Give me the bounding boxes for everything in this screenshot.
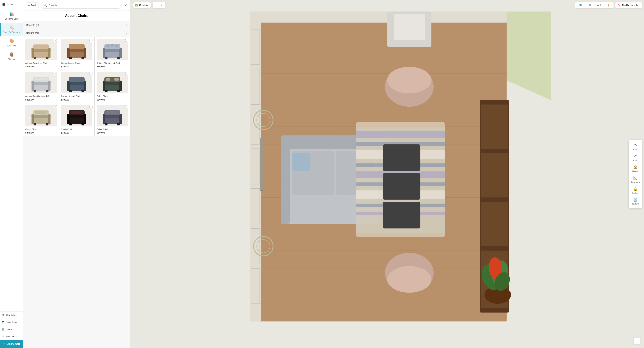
- product-image-7: [25, 105, 57, 126]
- lock-all-label: Lock All: [632, 192, 638, 194]
- svg-rect-72: [106, 111, 119, 114]
- products-grid: i Aritsan Oversized Chair $399.00 i: [23, 37, 130, 136]
- close-button[interactable]: ✕: [124, 3, 128, 8]
- svg-rect-104: [481, 105, 508, 149]
- svg-rect-110: [281, 135, 290, 224]
- svg-rect-65: [70, 123, 72, 125]
- share-button[interactable]: ↗️ Share: [0, 326, 23, 333]
- product-image-5: [61, 72, 92, 93]
- delete-all-button[interactable]: 🗑️ Delete All: [629, 196, 642, 207]
- product-card-4[interactable]: i Artisan Blue Oversized C... $399.00: [24, 70, 59, 103]
- product-card-7[interactable]: i Calvin Chair $349.00: [24, 103, 59, 136]
- svg-rect-10: [84, 48, 86, 58]
- svg-rect-53: [32, 114, 34, 124]
- product-name-8: Calvin Chair: [61, 128, 92, 131]
- checklist-button[interactable]: ✅ Checklist: [132, 2, 152, 8]
- zoom-out-button[interactable]: −: [154, 3, 159, 8]
- svg-rect-106: [481, 202, 508, 246]
- svg-rect-64: [71, 111, 82, 114]
- view-wall-button[interactable]: Wall: [595, 3, 603, 8]
- sidebar-item-label: Flooring: [8, 58, 16, 60]
- collapse-panel-button[interactable]: ⊣: [634, 338, 640, 344]
- zoom-in-button[interactable]: +: [159, 3, 164, 8]
- svg-rect-128: [383, 173, 420, 199]
- hide-labels-button[interactable]: 👁️ Hide Labels: [0, 311, 23, 319]
- product-price-1: $399.00: [25, 65, 57, 68]
- need-help-icon: 📖: [2, 335, 4, 338]
- need-help-label: Need Help?: [6, 335, 17, 338]
- sidebar-item-flooring[interactable]: 🪵 Flooring: [0, 50, 23, 63]
- product-info-button-1[interactable]: i: [54, 39, 57, 42]
- dimensions-icon: 📐: [633, 176, 638, 180]
- svg-rect-70: [119, 114, 122, 124]
- delete-icon: 🗑️: [633, 198, 638, 202]
- product-card-9[interactable]: i Calvin Chair $349.00: [95, 103, 130, 136]
- right-panel: ↷ Redo ↶ Undo 🏠 Lighting 📐 Dimensions 🔒 …: [629, 140, 642, 208]
- product-info-button-3[interactable]: i: [125, 39, 128, 42]
- collapse-icon: ⊣: [636, 339, 638, 342]
- view-3d-button[interactable]: 3D: [586, 3, 593, 8]
- redo-button[interactable]: ↷ Redo: [629, 141, 642, 152]
- panel-title: Accent Chairs: [23, 11, 130, 21]
- product-info-button-2[interactable]: i: [89, 39, 93, 42]
- menu-button[interactable]: ☰ Menu: [0, 0, 23, 9]
- product-card-8[interactable]: i Calvin Chair $349.00: [59, 103, 94, 136]
- sidebar-item-shop-by-category[interactable]: 🏷️ Shop By Category: [0, 23, 23, 36]
- recents-label: Recents (0): [26, 24, 39, 27]
- modify-icon: ✏️: [618, 4, 621, 7]
- product-card-5[interactable]: i Avenue Accent Chair $399.00: [59, 70, 94, 103]
- undo-button[interactable]: ↶ Undo: [629, 152, 642, 163]
- hamburger-icon: ☰: [2, 3, 5, 6]
- product-price-2: $349.00: [61, 65, 92, 68]
- sidebar-item-label: Shop the Look: [5, 18, 18, 20]
- add-to-cart-button[interactable]: 🛒 Add to Cart: [0, 340, 23, 348]
- person-icon[interactable]: 🚶: [605, 3, 612, 8]
- results-arrow-icon: ⌄: [125, 31, 127, 34]
- lock-all-button[interactable]: 🔒 Lock All: [629, 185, 642, 196]
- sidebar-item-shop-the-look[interactable]: 🛍️ Shop the Look: [0, 9, 23, 23]
- product-name-7: Calvin Chair: [25, 128, 57, 131]
- search-icon: 🔍: [44, 4, 47, 7]
- modify-floorplan-button[interactable]: ✏️ Modify Floorplan: [615, 2, 642, 8]
- product-info-button-9[interactable]: i: [125, 105, 128, 108]
- lighting-label: Lighting: [632, 170, 638, 172]
- hide-labels-label: Hide Labels: [6, 314, 17, 316]
- svg-rect-41: [82, 90, 84, 92]
- svg-rect-3: [48, 48, 50, 58]
- back-button[interactable]: ← Back: [26, 3, 39, 8]
- product-image-6: [96, 72, 128, 93]
- svg-rect-66: [82, 123, 84, 125]
- svg-rect-6: [46, 57, 48, 59]
- product-card-3[interactable]: i Artisan Blue Accent Chair $349.00: [95, 37, 130, 70]
- redo-icon: ↷: [634, 143, 637, 148]
- share-icon: ↗️: [2, 328, 4, 330]
- svg-rect-19: [103, 48, 106, 58]
- sidebar: ☰ Menu 🛍️ Shop the Look 🏷️ Shop By Categ…: [0, 0, 23, 348]
- product-info-button-8[interactable]: i: [89, 105, 93, 108]
- recents-section-header[interactable]: Recents (0) ›: [23, 21, 130, 29]
- product-price-7: $349.00: [25, 131, 57, 134]
- svg-point-22: [107, 45, 109, 47]
- dimensions-button[interactable]: 📐 Dimensions: [629, 174, 642, 185]
- product-card-2[interactable]: i Artisan Accent Chair $349.00: [59, 37, 94, 70]
- view-2d-button[interactable]: 2D: [577, 3, 584, 8]
- results-section-header[interactable]: Results (48) ⌄: [23, 29, 130, 37]
- sidebar-item-wall-paint[interactable]: 🎨 Wall Paint: [0, 36, 23, 50]
- lighting-button[interactable]: 🏠 Lighting: [629, 163, 642, 174]
- product-name-4: Artisan Blue Oversized C...: [25, 95, 57, 98]
- svg-rect-58: [46, 123, 48, 125]
- results-label: Results (48): [26, 32, 40, 34]
- panel-header: ← Back 🔍 ✕: [23, 0, 130, 11]
- product-panel: ← Back 🔍 ✕ Accent Chairs Recents (0) › R…: [23, 0, 130, 348]
- search-input[interactable]: [49, 4, 119, 7]
- product-card-1[interactable]: i Aritsan Oversized Chair $399.00: [24, 37, 59, 70]
- product-info-button-7[interactable]: i: [54, 105, 57, 108]
- svg-rect-40: [70, 90, 72, 92]
- need-help-button[interactable]: 📖 Need Help?: [0, 333, 23, 340]
- checklist-label: Checklist: [139, 4, 148, 7]
- product-image-2: [61, 39, 92, 60]
- search-bar[interactable]: 🔍: [41, 2, 122, 9]
- product-card-6[interactable]: i Caleb Chair $349.00: [95, 70, 130, 103]
- save-project-button[interactable]: 💾 Save Project: [0, 319, 23, 326]
- menu-label: Menu: [6, 3, 13, 6]
